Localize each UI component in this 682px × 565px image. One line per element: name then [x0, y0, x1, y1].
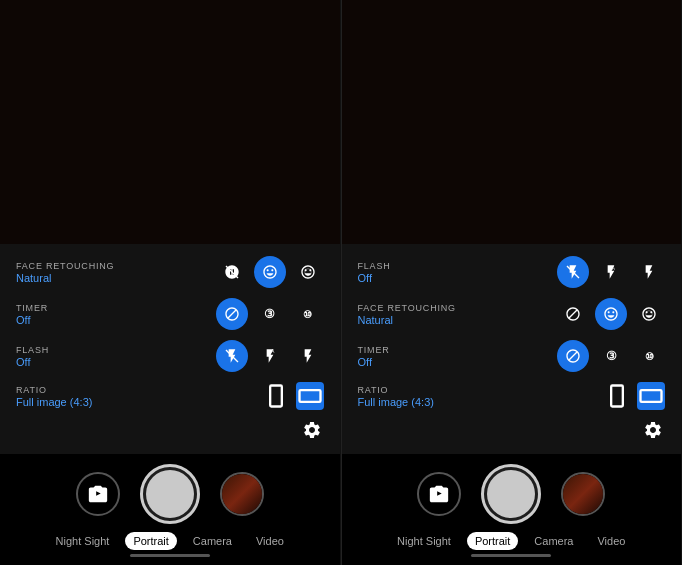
- left-tab-camera[interactable]: Camera: [185, 532, 240, 550]
- svg-text:A: A: [271, 349, 275, 354]
- right-ratio-landscape-btn[interactable]: [637, 382, 665, 410]
- face-retouching-title: FACE RETOUCHING: [16, 261, 114, 271]
- right-timer-title: TIMER: [358, 345, 390, 355]
- right-face-natural-btn[interactable]: [595, 298, 627, 330]
- face-off-icon: [224, 264, 240, 280]
- right-ratio-options: [603, 382, 665, 410]
- shutter-inner: [146, 470, 194, 518]
- left-panel: FACE RETOUCHING Natural: [0, 0, 341, 565]
- ratio-row: RATIO Full image (4:3): [16, 382, 324, 410]
- right-flash-on-btn[interactable]: [633, 256, 665, 288]
- right-face-smooth-icon: [641, 306, 657, 322]
- right-face-off-btn[interactable]: [557, 298, 589, 330]
- right-ratio-title: RATIO: [358, 385, 434, 395]
- ratio-title: RATIO: [16, 385, 92, 395]
- gear-icon: [302, 420, 322, 440]
- svg-rect-10: [641, 390, 662, 402]
- right-flash-row: FLASH Off A: [358, 256, 666, 288]
- timer-off-btn[interactable]: [216, 298, 248, 330]
- settings-gear-btn[interactable]: [302, 420, 322, 444]
- right-tab-night-sight[interactable]: Night Sight: [389, 532, 459, 550]
- face-retouching-options: [216, 256, 324, 288]
- right-flip-camera-icon: [428, 483, 450, 505]
- right-gear-icon: [643, 420, 663, 440]
- right-shutter-btn[interactable]: [481, 464, 541, 524]
- flash-off-icon: [224, 348, 240, 364]
- ratio-value: Full image (4:3): [16, 396, 92, 408]
- ratio-landscape-btn[interactable]: [296, 382, 324, 410]
- left-mode-tabs: Night Sight Portrait Camera Video: [0, 532, 340, 550]
- svg-rect-9: [611, 386, 623, 407]
- flash-title: FLASH: [16, 345, 49, 355]
- right-settings-gear-row: [358, 420, 666, 444]
- right-face-retouching-title: FACE RETOUCHING: [358, 303, 456, 313]
- right-mode-tabs: Night Sight Portrait Camera Video: [342, 532, 682, 550]
- right-face-retouching-label: FACE RETOUCHING Natural: [358, 303, 456, 326]
- right-flash-auto-btn[interactable]: A: [595, 256, 627, 288]
- left-shutter-btn[interactable]: [140, 464, 200, 524]
- left-tab-video[interactable]: Video: [248, 532, 292, 550]
- ratio-landscape-icon: [296, 382, 324, 410]
- flash-value: Off: [16, 356, 49, 368]
- flash-label: FLASH Off: [16, 345, 49, 368]
- flash-auto-btn[interactable]: A: [254, 340, 286, 372]
- right-face-smooth-btn[interactable]: [633, 298, 665, 330]
- right-flash-off-btn[interactable]: [557, 256, 589, 288]
- right-tab-portrait[interactable]: Portrait: [467, 532, 518, 550]
- right-face-off-icon: [565, 306, 581, 322]
- ratio-portrait-btn[interactable]: [262, 382, 290, 410]
- right-viewfinder: [342, 0, 682, 244]
- right-timer-off-icon: [565, 348, 581, 364]
- timer-label: TIMER Off: [16, 303, 48, 326]
- face-natural-icon: [262, 264, 278, 280]
- right-panel: FLASH Off A: [342, 0, 683, 565]
- left-viewfinder: [0, 0, 340, 244]
- right-timer-10s-btn[interactable]: ⑩: [633, 340, 665, 372]
- ratio-label: RATIO Full image (4:3): [16, 385, 92, 408]
- right-ratio-portrait-btn[interactable]: [603, 382, 631, 410]
- right-thumbnail-btn[interactable]: [561, 472, 605, 516]
- left-tab-night-sight[interactable]: Night Sight: [48, 532, 118, 550]
- timer-title: TIMER: [16, 303, 48, 313]
- flash-row: FLASH Off A: [16, 340, 324, 372]
- settings-gear-row: [16, 420, 324, 444]
- right-timer-options: ③ ⑩: [557, 340, 665, 372]
- right-tab-video[interactable]: Video: [589, 532, 633, 550]
- right-timer-10-icon: ⑩: [645, 351, 654, 362]
- right-face-retouching-value: Natural: [358, 314, 456, 326]
- right-timer-3s-btn[interactable]: ③: [595, 340, 627, 372]
- right-flash-title: FLASH: [358, 261, 391, 271]
- timer-10-icon: ⑩: [303, 309, 312, 320]
- timer-10s-btn[interactable]: ⑩: [292, 298, 324, 330]
- face-retouching-label: FACE RETOUCHING Natural: [16, 261, 114, 284]
- right-timer-row: TIMER Off ③ ⑩: [358, 340, 666, 372]
- right-tab-camera[interactable]: Camera: [526, 532, 581, 550]
- flash-off-btn[interactable]: [216, 340, 248, 372]
- ratio-options: [262, 382, 324, 410]
- timer-off-icon: [224, 306, 240, 322]
- face-retouching-value: Natural: [16, 272, 114, 284]
- face-retouching-smooth-btn[interactable]: [292, 256, 324, 288]
- left-tab-portrait[interactable]: Portrait: [125, 532, 176, 550]
- right-timer-3-icon: ③: [606, 349, 617, 363]
- timer-row: TIMER Off ③ ⑩: [16, 298, 324, 330]
- left-thumbnail-btn[interactable]: [220, 472, 264, 516]
- left-flip-btn[interactable]: [76, 472, 120, 516]
- right-settings-gear-btn[interactable]: [643, 420, 663, 444]
- timer-3s-btn[interactable]: ③: [254, 298, 286, 330]
- right-ratio-landscape-icon: [637, 382, 665, 410]
- face-retouching-natural-btn[interactable]: [254, 256, 286, 288]
- right-shutter-inner: [487, 470, 535, 518]
- right-timer-off-btn[interactable]: [557, 340, 589, 372]
- right-flash-on-icon: [641, 264, 657, 280]
- right-face-retouching-row: FACE RETOUCHING Natural: [358, 298, 666, 330]
- right-bottom-bar: Night Sight Portrait Camera Video: [342, 454, 682, 565]
- right-face-natural-icon: [603, 306, 619, 322]
- left-settings-panel: FACE RETOUCHING Natural: [0, 244, 340, 454]
- flash-on-btn[interactable]: [292, 340, 324, 372]
- right-ratio-value: Full image (4:3): [358, 396, 434, 408]
- timer-value: Off: [16, 314, 48, 326]
- face-retouching-off-btn[interactable]: [216, 256, 248, 288]
- right-flip-btn[interactable]: [417, 472, 461, 516]
- timer-3-icon: ③: [264, 307, 275, 321]
